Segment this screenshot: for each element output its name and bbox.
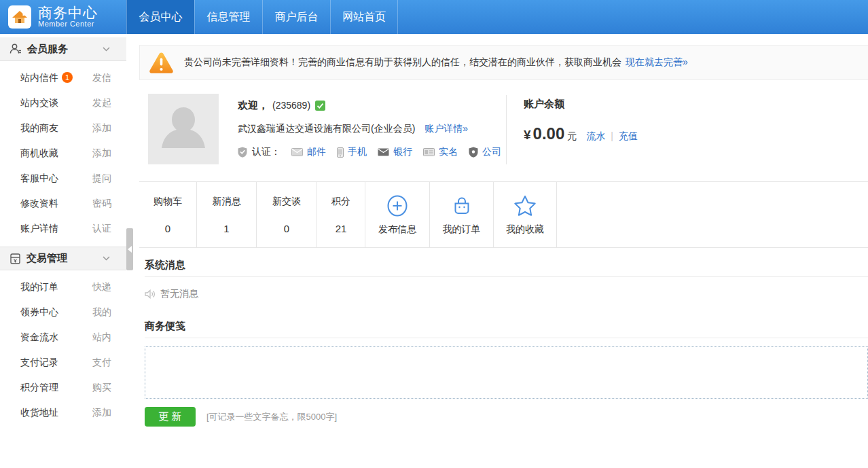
sidebar-item-action[interactable]: 快递 xyxy=(92,281,111,293)
recharge-link[interactable]: 充值 xyxy=(619,130,638,141)
publish-info-button[interactable]: 发布信息 xyxy=(365,182,430,247)
sidebar-item-action[interactable]: 添加 xyxy=(92,147,111,160)
member-id: (235689) xyxy=(272,100,310,111)
stat-value: 21 xyxy=(336,223,347,234)
notes-hint: [可记录一些文字备忘，限5000字] xyxy=(206,411,337,423)
sidebar-item-coupons[interactable]: 领券中心 我的 xyxy=(0,300,126,325)
tab-site-home[interactable]: 网站首页 xyxy=(330,0,398,34)
my-orders-button[interactable]: 我的订单 xyxy=(430,182,494,247)
sidebar-item-account-detail[interactable]: 账户详情 认证 xyxy=(0,216,126,241)
sidebar-item-friends[interactable]: 我的商友 添加 xyxy=(0,115,126,141)
balance-title: 账户余额 xyxy=(524,98,638,111)
sidebar-item-action[interactable]: 认证 xyxy=(92,223,111,235)
star-icon xyxy=(513,194,537,217)
sidebar-item-orders[interactable]: 我的订单 快递 xyxy=(0,274,126,300)
cert-mail-link[interactable]: 邮件 xyxy=(307,146,326,158)
sidebar-item-label[interactable]: 我的订单 xyxy=(20,281,58,293)
stat-label: 新消息 xyxy=(213,196,241,208)
stat-new-messages[interactable]: 新消息 1 xyxy=(197,182,257,247)
sidebar-item-label[interactable]: 资金流水 xyxy=(20,331,58,344)
sidebar-item-action[interactable]: 添加 xyxy=(92,407,111,419)
home-icon xyxy=(8,5,31,29)
avatar xyxy=(148,94,219,164)
balance-amount: 0.00 xyxy=(533,124,565,143)
sidebar-item-points[interactable]: 积分管理 购买 xyxy=(0,375,126,400)
user-icon xyxy=(10,43,22,55)
top-header: 商务中心 Member Center 会员中心 信息管理 商户后台 网站首页 xyxy=(0,0,868,34)
cert-company: 公司 xyxy=(469,146,501,158)
sidebar-item-action[interactable]: 支付 xyxy=(92,357,111,369)
sidebar-section-title: 会员服务 xyxy=(27,43,103,56)
sidebar-item-mail[interactable]: 站内信件1 发信 xyxy=(0,65,126,90)
sidebar-item-label[interactable]: 修改资料 xyxy=(20,198,58,210)
sidebar-item-action[interactable]: 提问 xyxy=(92,173,111,185)
cert-phone-link[interactable]: 手机 xyxy=(348,146,367,158)
sidebar-item-action[interactable]: 密码 xyxy=(92,198,111,210)
flow-link[interactable]: 流水 xyxy=(586,130,605,141)
sidebar-item-favorites[interactable]: 商机收藏 添加 xyxy=(0,141,126,166)
stat-value: 1 xyxy=(223,223,229,234)
cert-bank: 银行 xyxy=(378,146,412,158)
sidebar-item-action[interactable]: 发起 xyxy=(92,97,111,109)
stat-cart[interactable]: 购物车 0 xyxy=(139,182,197,247)
sidebar-item-action[interactable]: 购买 xyxy=(92,382,111,394)
system-messages-title: 系统消息 xyxy=(145,259,868,277)
sidebar-item-label[interactable]: 客服中心 xyxy=(20,173,58,185)
notes-button-row: 更 新 [可记录一些文字备忘，限5000字] xyxy=(145,407,868,427)
cert-label: 认证： xyxy=(252,146,281,158)
sidebar-item-label[interactable]: 收货地址 xyxy=(20,407,58,419)
sidebar-item-label[interactable]: 领券中心 xyxy=(20,306,58,319)
sidebar-section-member-services[interactable]: 会员服务 xyxy=(0,37,126,61)
update-button[interactable]: 更 新 xyxy=(145,407,196,427)
sidebar-item-edit-profile[interactable]: 修改资料 密码 xyxy=(0,191,126,216)
warning-icon xyxy=(149,52,174,74)
sidebar-item-payment-records[interactable]: 支付记录 支付 xyxy=(0,350,126,375)
sidebar-item-label[interactable]: 支付记录 xyxy=(20,357,58,369)
sidebar-item-chat[interactable]: 站内交谈 发起 xyxy=(0,90,126,115)
welcome-label: 欢迎， xyxy=(238,99,268,112)
business-notes-title: 商务便笺 xyxy=(145,320,868,338)
profile-info: 欢迎， (235689) 武汉鑫瑞通达交通设施有限公司(企业会员) 账户详情» xyxy=(238,94,501,164)
bag-icon xyxy=(450,194,473,217)
main-content: 贵公司尚未完善详细资料！完善的商业信息有助于获得别人的信任，结交潜在的商业伙伴，… xyxy=(139,34,868,468)
sidebar-item-action[interactable]: 添加 xyxy=(92,122,111,134)
account-detail-link[interactable]: 账户详情» xyxy=(424,123,468,135)
tab-info-management[interactable]: 信息管理 xyxy=(194,0,262,34)
cert-realname-link[interactable]: 实名 xyxy=(439,146,458,158)
stat-points[interactable]: 积分 21 xyxy=(317,182,365,247)
sidebar-item-action[interactable]: 发信 xyxy=(92,72,111,84)
sidebar-item-label[interactable]: 站内信件1 xyxy=(20,72,73,84)
sidebar-item-label[interactable]: 我的商友 xyxy=(20,122,58,134)
action-label: 我的订单 xyxy=(443,223,481,236)
orders-icon xyxy=(10,253,21,265)
sidebar-collapse-handle[interactable] xyxy=(126,228,133,270)
sidebar-item-service-center[interactable]: 客服中心 提问 xyxy=(0,166,126,191)
cert-company-link[interactable]: 公司 xyxy=(482,146,501,158)
speaker-icon xyxy=(145,289,156,299)
sidebar-item-funds-flow[interactable]: 资金流水 站内 xyxy=(0,325,126,350)
profile-balance-divider xyxy=(506,95,507,164)
sidebar-item-label[interactable]: 账户详情 xyxy=(20,223,58,235)
sidebar-item-action[interactable]: 我的 xyxy=(92,306,111,319)
tab-merchant-backend[interactable]: 商户后台 xyxy=(262,0,330,34)
sidebar-item-address[interactable]: 收货地址 添加 xyxy=(0,400,126,425)
company-name: 武汉鑫瑞通达交通设施有限公司(企业会员) xyxy=(238,123,415,135)
business-notes-textarea[interactable] xyxy=(145,346,868,399)
tab-member-center[interactable]: 会员中心 xyxy=(126,0,194,34)
stat-new-chats[interactable]: 新交谈 0 xyxy=(257,182,317,247)
chevron-down-icon xyxy=(103,256,110,261)
chevron-down-icon xyxy=(103,47,110,52)
sidebar-item-label[interactable]: 商机收藏 xyxy=(20,147,58,160)
logo: 商务中心 Member Center xyxy=(0,0,126,34)
action-label: 发布信息 xyxy=(378,223,416,236)
sidebar-section-trade-management[interactable]: 交易管理 xyxy=(0,247,126,270)
sidebar-item-label[interactable]: 积分管理 xyxy=(20,382,58,394)
my-favorites-button[interactable]: 我的收藏 xyxy=(494,182,557,247)
complete-profile-link[interactable]: 现在就去完善» xyxy=(626,56,688,69)
phone-icon xyxy=(337,147,344,158)
sidebar-item-action[interactable]: 站内 xyxy=(92,331,111,344)
sidebar-item-label[interactable]: 站内交谈 xyxy=(20,97,58,109)
cert-bank-link[interactable]: 银行 xyxy=(393,146,412,158)
account-balance: 账户余额 ¥ 0.00 元 流水|充值 xyxy=(524,98,638,143)
cert-phone: 手机 xyxy=(337,146,367,158)
